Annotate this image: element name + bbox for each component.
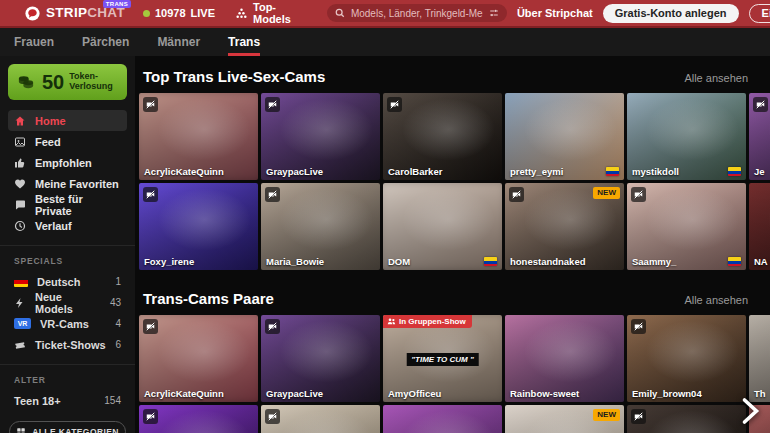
specials-heading: SPECIALS — [8, 256, 127, 266]
grid-icon — [16, 427, 26, 433]
cam-tile[interactable] — [261, 405, 380, 433]
camera-off-icon — [265, 319, 280, 334]
sidebar-item-beste-f-r-private[interactable]: Beste für Private — [8, 194, 127, 215]
cam-tile[interactable]: AmyOfficeu In Gruppen-Show"TIME TO CUM " — [383, 315, 502, 402]
about-stripchat-link[interactable]: Über Stripchat — [517, 7, 593, 19]
cam-tile[interactable]: Saammy_ — [627, 183, 746, 270]
cam-tile[interactable]: CarolBarker — [383, 93, 502, 180]
camera-off-icon — [265, 409, 280, 424]
section-title: Trans-Cams Paare — [143, 290, 274, 307]
section-header: Trans-Cams Paare Alle ansehen — [139, 290, 770, 315]
camera-off-icon — [509, 187, 524, 202]
cam-tile[interactable]: AcrylicKateQuinn — [139, 93, 258, 180]
tab-frauen[interactable]: Frauen — [14, 28, 54, 56]
cam-tile[interactable] — [139, 405, 258, 433]
carousel-next-button[interactable] — [735, 394, 765, 428]
sidebar-item-teen-18[interactable]: Teen 18+154 — [8, 390, 127, 411]
sidebar-menu: HomeFeedEmpfohlenMeine FavoritenBeste fü… — [8, 110, 127, 236]
cam-tile[interactable]: GraypacLive — [261, 315, 380, 402]
camera-off-icon — [387, 97, 402, 112]
tab-trans[interactable]: Trans — [228, 28, 260, 56]
coins-icon — [15, 73, 37, 91]
sidebar-item-verlauf[interactable]: Verlauf — [8, 215, 127, 236]
sidebar-item-ticket-shows[interactable]: Ticket-Shows6 — [8, 334, 127, 355]
see-all-link[interactable]: Alle ansehen — [684, 72, 748, 84]
specials-list: Deutsch1Neue Models43VRVR-Cams4Ticket-Sh… — [8, 271, 127, 355]
tab-p-rchen[interactable]: Pärchen — [82, 28, 129, 56]
logo-bubble-icon — [24, 5, 41, 22]
room-topic-overlay: "TIME TO CUM " — [406, 353, 479, 366]
cam-tile[interactable]: NA — [749, 183, 770, 270]
logo-wordmark: STRIPCHATTRANS — [46, 6, 125, 20]
model-name: GraypacLive — [266, 166, 323, 177]
model-name: Rainbow-sweet — [510, 388, 579, 399]
cam-tile[interactable]: Emily_brown04 — [627, 315, 746, 402]
cam-tile[interactable]: DOM — [383, 183, 502, 270]
sidebar-item-vr-cams[interactable]: VRVR-Cams4 — [8, 313, 127, 334]
cam-tile[interactable]: honestandnaked NEW — [505, 183, 624, 270]
cam-tile[interactable]: GraypacLive — [261, 93, 380, 180]
german-flag-icon — [14, 277, 28, 287]
sidebar-item-empfohlen[interactable]: Empfohlen — [8, 152, 127, 173]
signup-button[interactable]: Gratis-Konto anlegen — [603, 4, 739, 23]
colombia-flag-icon — [728, 167, 741, 176]
token-raffle-banner[interactable]: 50 Token-Verlosung — [8, 64, 127, 100]
stripchat-logo[interactable]: STRIPCHATTRANS — [24, 5, 125, 22]
feed-icon — [14, 136, 26, 148]
divider — [0, 245, 135, 246]
raffle-label: Token-Verlosung — [69, 72, 113, 92]
item-count: 154 — [104, 395, 121, 406]
camera-off-icon — [631, 187, 646, 202]
sidebar-item-meine-favoriten[interactable]: Meine Favoriten — [8, 173, 127, 194]
top-models-link[interactable]: Top-Models — [235, 1, 291, 25]
tab-m-nner[interactable]: Männer — [157, 28, 200, 56]
model-name: AcrylicKateQuinn — [144, 166, 224, 177]
sidebar-item-deutsch[interactable]: Deutsch1 — [8, 271, 127, 292]
cam-tile[interactable] — [627, 405, 746, 433]
cam-tile[interactable]: Je — [749, 93, 770, 180]
cam-tile[interactable] — [383, 405, 502, 433]
search-input[interactable] — [351, 8, 483, 19]
item-count: 1 — [115, 276, 121, 287]
cam-tile[interactable]: mystikdoll — [627, 93, 746, 180]
vr-badge-icon: VR — [14, 318, 31, 329]
cam-row: NEW — [139, 405, 770, 433]
see-all-link[interactable]: Alle ansehen — [684, 294, 748, 306]
section-header: Top Trans Live-Sex-Cams Alle ansehen — [139, 68, 770, 93]
model-name: DOM — [388, 256, 410, 267]
item-count: 43 — [110, 297, 121, 308]
cam-section: Trans-Cams Paare Alle ansehen AcrylicKat… — [139, 290, 770, 433]
colombia-flag-icon — [728, 257, 741, 266]
cam-tile[interactable]: Foxy_irene — [139, 183, 258, 270]
cam-tile[interactable]: Th — [749, 315, 770, 402]
camera-off-icon — [265, 187, 280, 202]
cam-tile[interactable]: Maria_Bowie — [261, 183, 380, 270]
model-name: honestandnaked — [510, 256, 586, 267]
sidebar: 50 Token-Verlosung HomeFeedEmpfohlenMein… — [0, 56, 135, 433]
top-header: STRIPCHATTRANS 10978 LIVE Top-Models Übe… — [0, 0, 770, 28]
sidebar-item-feed[interactable]: Feed — [8, 131, 127, 152]
sidebar-item-home[interactable]: Home — [8, 110, 127, 131]
camera-off-icon — [143, 187, 158, 202]
sidebar-item-neue-models[interactable]: Neue Models43 — [8, 292, 127, 313]
cam-tile[interactable]: pretty_eymi — [505, 93, 624, 180]
model-name: AmyOfficeu — [388, 388, 441, 399]
group-icon — [387, 317, 396, 326]
new-badge: NEW — [593, 187, 620, 199]
section-title: Top Trans Live-Sex-Cams — [143, 68, 325, 85]
filter-sliders-icon[interactable] — [489, 8, 499, 18]
search-bar[interactable] — [327, 4, 507, 22]
cam-tile[interactable]: AcrylicKateQuinn — [139, 315, 258, 402]
model-name: pretty_eymi — [510, 166, 563, 177]
cam-tile[interactable]: NEW — [505, 405, 624, 433]
cam-tile[interactable]: Rainbow-sweet — [505, 315, 624, 402]
model-name: Emily_brown04 — [632, 388, 702, 399]
model-name: CarolBarker — [388, 166, 442, 177]
model-name: AcrylicKateQuinn — [144, 388, 224, 399]
chevron-right-icon — [739, 395, 761, 427]
cam-row: AcrylicKateQuinn GraypacLive CarolBarker… — [139, 93, 770, 180]
all-categories-button[interactable]: ALLE KATEGORIEN — [9, 421, 126, 433]
item-count: 6 — [115, 339, 121, 350]
login-button[interactable]: Einloggen — [749, 4, 770, 23]
camera-off-icon — [753, 97, 768, 112]
